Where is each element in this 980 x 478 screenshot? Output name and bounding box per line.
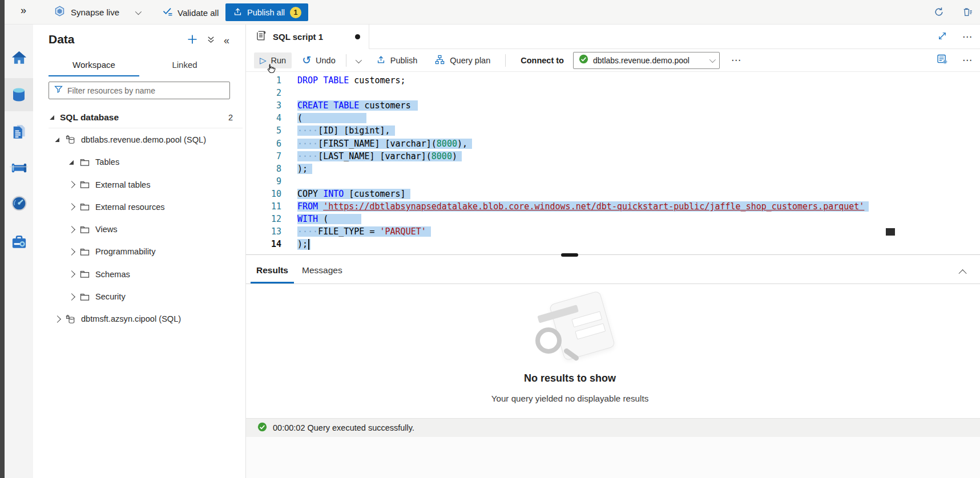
upload-icon — [233, 7, 243, 18]
expand-tree-icon[interactable] — [68, 249, 79, 254]
add-resource-icon[interactable] — [187, 34, 198, 47]
code-line[interactable]: 6····[FIRST_NAME] [varchar](8000), — [246, 137, 980, 149]
tab-messages[interactable]: Messages — [296, 258, 348, 283]
code-line[interactable]: 10COPY INTO [customers] — [246, 188, 980, 200]
nav-integrate-icon[interactable] — [5, 151, 33, 184]
code-line[interactable]: 13····FILE_TYPE = 'PARQUET' — [246, 225, 980, 238]
splitter-drag-handle[interactable] — [561, 253, 578, 257]
code-token: TABLE — [333, 100, 359, 111]
discard-trash-icon[interactable] — [962, 6, 973, 20]
line-number[interactable]: 2 — [246, 88, 281, 98]
data-panel: Data « Workspace Linked SQL database2dbt… — [33, 25, 246, 478]
line-number[interactable]: 1 — [246, 75, 281, 86]
line-number[interactable]: 8 — [246, 164, 281, 174]
tree-item[interactable]: Security — [33, 285, 245, 307]
line-number[interactable]: 12 — [246, 214, 281, 224]
tree-item[interactable]: dbtlabs.revenue.demo.pool (SQL) — [33, 128, 245, 151]
code-line[interactable]: 14); — [246, 238, 980, 250]
collapse-tree-icon[interactable] — [68, 160, 79, 165]
tree-item-label: Tables — [95, 157, 119, 167]
line-number[interactable]: 4 — [246, 113, 281, 123]
code-token: 8000 — [431, 151, 452, 161]
tree-item[interactable]: dbtmsft.azsyn.cipool (SQL) — [33, 308, 245, 330]
undo-dropdown-chevron-icon[interactable] — [351, 52, 365, 69]
more-actions-icon[interactable]: ⋯ — [962, 32, 973, 42]
tree-item[interactable]: Schemas — [33, 263, 245, 285]
expand-tree-icon[interactable] — [54, 317, 65, 322]
tab-workspace[interactable]: Workspace — [49, 56, 139, 76]
nav-home-icon[interactable] — [5, 41, 33, 74]
expand-tree-icon[interactable] — [68, 227, 79, 232]
toolbar-overflow-icon[interactable]: ⋯ — [962, 55, 973, 65]
status-elapsed-time: 00:00:02 — [273, 423, 305, 432]
code-line[interactable]: 2 — [246, 87, 980, 99]
tree-item[interactable]: Tables — [33, 151, 245, 173]
expand-tree-icon[interactable] — [68, 182, 79, 187]
properties-icon[interactable] — [936, 53, 948, 67]
code-line[interactable]: 9 — [246, 175, 980, 188]
collapse-tree-icon[interactable] — [49, 115, 60, 120]
publish-all-button[interactable]: Publish all 1 — [225, 3, 308, 21]
line-number[interactable]: 14 — [246, 239, 281, 249]
line-number[interactable]: 11 — [246, 201, 281, 212]
expand-tree-icon[interactable] — [68, 272, 79, 277]
tree-item[interactable]: External resources — [33, 196, 245, 218]
folder-icon — [79, 246, 90, 257]
publish-button[interactable]: Publish — [370, 51, 424, 70]
code-line[interactable]: 5····[ID] [bigint], — [246, 124, 980, 137]
undo-button[interactable]: ↺ Undo — [296, 52, 341, 68]
expand-tree-icon[interactable] — [68, 204, 79, 209]
line-number[interactable]: 10 — [246, 189, 281, 199]
code-token: CREATE — [297, 100, 328, 111]
validate-all-button[interactable]: Validate all — [162, 6, 219, 19]
line-number[interactable]: 6 — [246, 139, 281, 149]
toolbar-more-icon[interactable]: ⋯ — [731, 55, 741, 65]
chevron-down-icon[interactable] — [135, 8, 142, 14]
code-line[interactable]: 4( — [246, 112, 980, 124]
success-check-icon — [257, 422, 267, 434]
line-number[interactable]: 9 — [246, 176, 281, 187]
collapse-results-chevron-icon[interactable] — [961, 268, 966, 278]
folder-icon — [79, 157, 90, 168]
nav-data-icon[interactable] — [5, 78, 33, 111]
collapse-tree-icon[interactable] — [54, 137, 65, 142]
line-number[interactable]: 7 — [246, 151, 281, 161]
sql-code-editor[interactable]: 1DROP TABLE customers;23CREATE TABLE cus… — [246, 72, 980, 254]
tree-item[interactable]: External tables — [33, 173, 245, 196]
code-line[interactable]: 11FROM 'https://dbtlabsynapsedatalake.bl… — [246, 200, 980, 213]
expand-sidebar-icon[interactable]: » — [21, 5, 26, 17]
code-line[interactable]: 8); — [246, 163, 980, 175]
synapse-live-selector[interactable]: Synapse live — [54, 5, 140, 19]
pool-select-dropdown[interactable]: dbtlabs.revenue.demo.pool — [573, 52, 720, 69]
tab-sql-script-1[interactable]: SQL script 1 — [246, 25, 369, 49]
query-plan-button[interactable]: Query plan — [429, 51, 496, 70]
line-number[interactable]: 13 — [246, 226, 281, 237]
expand-tree-icon[interactable] — [68, 294, 79, 299]
nav-monitor-icon[interactable] — [5, 187, 33, 220]
results-splitter[interactable] — [246, 254, 980, 258]
code-line[interactable]: 7····[LAST_NAME] [varchar](8000) — [246, 150, 980, 163]
tab-linked[interactable]: Linked — [139, 56, 230, 76]
code-line[interactable]: 3CREATE TABLE customers — [246, 99, 980, 112]
code-token: customers; — [349, 75, 405, 86]
nav-manage-icon[interactable] — [5, 225, 33, 258]
refresh-icon[interactable] — [933, 6, 945, 20]
nav-develop-icon[interactable] — [5, 115, 33, 148]
pool-selected-value: dbtlabs.revenue.demo.pool — [593, 56, 709, 65]
expand-editor-icon[interactable] — [937, 31, 947, 43]
line-number[interactable]: 3 — [246, 100, 281, 111]
tree-item[interactable]: SQL database2 — [33, 106, 245, 128]
tree-item-label: Programmability — [95, 247, 155, 256]
code-line[interactable]: 1DROP TABLE customers; — [246, 74, 980, 87]
code-line[interactable]: 12WITH ( — [246, 213, 980, 225]
tree-item[interactable]: Programmability — [33, 241, 245, 263]
line-number[interactable]: 5 — [246, 125, 281, 136]
code-token: 'PARQUET' — [380, 226, 426, 237]
collapse-panel-icon[interactable]: « — [224, 35, 229, 46]
filter-resources-input[interactable] — [67, 86, 229, 95]
tab-results[interactable]: Results — [251, 258, 294, 283]
tree-item[interactable]: Views — [33, 218, 245, 240]
tree-item-label: SQL database — [60, 112, 119, 123]
double-chevron-down-icon[interactable] — [207, 35, 215, 46]
run-button[interactable]: ▷ Run — [254, 52, 292, 68]
